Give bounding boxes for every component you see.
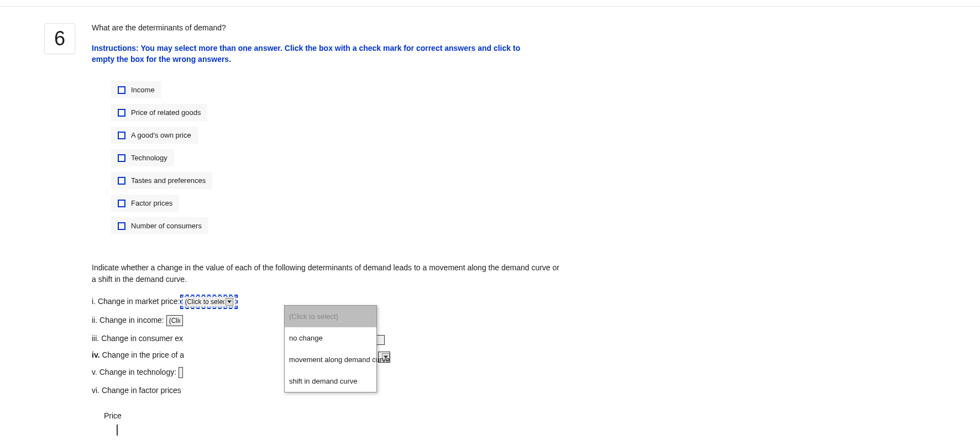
checkbox-icon <box>118 109 125 117</box>
select-row-label: Change in consumer ex <box>101 334 183 343</box>
sub-instruction-text: Indicate whether a change in the value o… <box>92 262 562 285</box>
select-dropdown[interactable]: (Clic <box>166 315 183 326</box>
checkbox-option[interactable]: Technology <box>111 149 174 166</box>
roman-numeral: iv. <box>92 350 100 359</box>
roman-numeral: iii. <box>92 334 99 343</box>
dropdown-option[interactable]: (Click to select) <box>285 306 376 327</box>
checkbox-list: Income Price of related goods A good's o… <box>111 81 589 240</box>
checkbox-option[interactable]: Price of related goods <box>111 104 207 121</box>
checkbox-label: Factor prices <box>131 199 172 207</box>
checkbox-label: Tastes and preferences <box>131 176 206 185</box>
checkbox-icon <box>118 86 125 94</box>
dropdown-option[interactable]: no change <box>285 327 376 349</box>
roman-numeral: ii. <box>92 316 97 324</box>
dropdown-panel: (Click to select) no change movement alo… <box>284 305 377 392</box>
instructions-text: Instructions: You may select more than o… <box>92 43 545 65</box>
checkbox-icon <box>118 222 125 230</box>
checkbox-icon <box>118 177 125 185</box>
checkbox-option[interactable]: Income <box>111 81 161 98</box>
select-dropdown[interactable] <box>179 367 183 378</box>
select-row-label: Change in factor prices <box>102 386 181 395</box>
question-text: What are the determinants of demand? <box>92 23 589 32</box>
question-content: What are the determinants of demand? Ins… <box>92 23 589 436</box>
select-row-label: Change in income: <box>99 316 164 324</box>
question-number: 6 <box>44 23 75 54</box>
select-row-label: Change in the price of a <box>102 350 184 359</box>
select-dropdown[interactable] <box>376 335 385 345</box>
top-divider <box>0 0 980 7</box>
dropdown-option[interactable]: movement along demand curve <box>285 349 376 370</box>
roman-numeral: v. <box>92 368 97 376</box>
checkbox-option[interactable]: A good's own price <box>111 127 198 144</box>
checkbox-icon <box>118 132 125 139</box>
dropdown-option[interactable]: shift in demand curve <box>285 370 376 392</box>
checkbox-label: Price of related goods <box>131 108 201 117</box>
select-row-label: Change in market price: <box>98 297 180 306</box>
roman-numeral: i. <box>92 297 96 306</box>
checkbox-label: Number of consumers <box>131 222 202 230</box>
select-row-label: Change in technology: <box>99 368 176 376</box>
question-container: 6 What are the determinants of demand? I… <box>0 7 980 436</box>
select-row-1: i. Change in market price: (Click to sel… <box>92 296 589 307</box>
checkbox-option[interactable]: Number of consumers <box>111 217 208 234</box>
checkbox-option[interactable]: Tastes and preferences <box>111 172 212 189</box>
chart-area: Price <box>100 411 589 436</box>
checkbox-label: Technology <box>131 154 167 162</box>
checkbox-label: A good's own price <box>131 131 191 139</box>
select-value: (Click to selec <box>185 298 224 306</box>
roman-numeral: vi. <box>92 386 99 395</box>
select-items-list: i. Change in market price: (Click to sel… <box>92 296 589 395</box>
checkbox-icon <box>118 154 125 162</box>
y-axis-label: Price <box>104 411 589 420</box>
checkbox-icon <box>118 200 125 207</box>
checkbox-option[interactable]: Factor prices <box>111 195 179 212</box>
select-value: (Clic <box>169 317 180 324</box>
select-dropdown[interactable]: (Click to selec <box>182 296 236 307</box>
chevron-down-icon <box>226 298 233 306</box>
y-axis-line <box>117 425 118 436</box>
checkbox-label: Income <box>131 86 155 94</box>
